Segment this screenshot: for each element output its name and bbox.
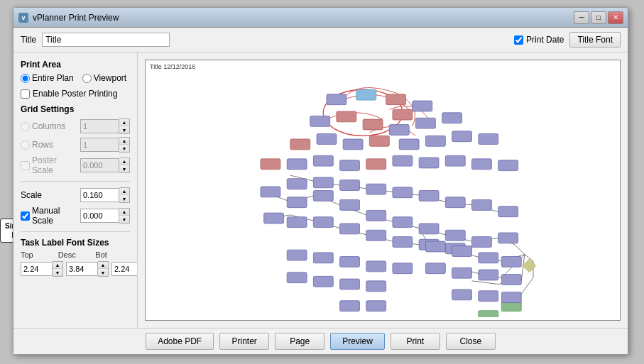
svg-rect-85	[366, 210, 386, 221]
svg-rect-69	[445, 155, 465, 166]
title-label: Title	[21, 35, 36, 45]
columns-label: Columns	[21, 121, 76, 131]
svg-rect-68	[419, 158, 439, 168]
svg-rect-114	[479, 270, 498, 280]
top-bar: Title Print Date Title Font	[13, 28, 628, 53]
page-button[interactable]: Page	[275, 333, 324, 350]
svg-line-39	[521, 255, 525, 281]
svg-rect-46	[413, 101, 432, 111]
viewport-radio[interactable]	[82, 74, 92, 83]
columns-down[interactable]: ▼	[119, 126, 129, 133]
scale-up[interactable]: ▲	[119, 188, 129, 195]
poster-scale-spinner: ▲ ▼	[80, 158, 130, 173]
rows-spin-buttons: ▲ ▼	[119, 137, 130, 153]
rows-up[interactable]: ▲	[119, 138, 129, 145]
title-input[interactable]	[42, 33, 170, 47]
svg-rect-49	[337, 111, 356, 122]
svg-rect-123	[501, 292, 521, 303]
manual-scale-checkbox[interactable]	[21, 211, 30, 221]
columns-input[interactable]	[80, 119, 119, 133]
desc-font-up[interactable]: ▲	[98, 262, 108, 269]
close-button[interactable]: ✕	[608, 11, 623, 24]
svg-rect-80	[498, 206, 518, 217]
viewport-label: Viewport	[94, 73, 126, 83]
svg-rect-90	[498, 233, 518, 243]
top-col-header: Top	[21, 250, 55, 259]
adobe-pdf-button[interactable]: Adobe PDF	[146, 333, 214, 350]
diagram-container	[148, 73, 617, 317]
content-area: Title Print Date Title Font Print Area E…	[13, 28, 628, 354]
svg-rect-105	[452, 246, 472, 257]
svg-rect-81	[261, 187, 280, 197]
svg-rect-61	[479, 134, 498, 145]
svg-rect-79	[472, 200, 492, 211]
manual-scale-down[interactable]: ▼	[119, 216, 129, 223]
desc-font-input[interactable]	[66, 262, 98, 276]
columns-up[interactable]: ▲	[119, 119, 129, 126]
print-button[interactable]: Print	[391, 333, 440, 350]
restore-button[interactable]: □	[591, 11, 606, 24]
svg-rect-55	[317, 134, 337, 145]
scale-row: Scale ▲ ▼	[21, 187, 130, 203]
entire-plan-option[interactable]: Entire Plan	[21, 73, 74, 83]
print-area-group: Entire Plan Viewport	[21, 73, 130, 83]
scale-spinner: ▲ ▼	[80, 187, 130, 203]
svg-rect-60	[452, 131, 472, 142]
svg-rect-113	[452, 268, 472, 278]
scale-input[interactable]	[80, 188, 119, 202]
minimize-button[interactable]: ─	[574, 11, 589, 24]
preview-title: Title 12/12/2016	[150, 63, 195, 70]
bot-font-input[interactable]	[111, 262, 138, 276]
viewport-option[interactable]: Viewport	[82, 73, 126, 83]
svg-rect-107	[501, 256, 521, 267]
svg-rect-82	[287, 197, 307, 208]
scale-section: Scale ▲ ▼ Manual Scale	[21, 187, 130, 226]
entire-plan-radio[interactable]	[21, 74, 30, 83]
font-col-headers: Top Desc Bot	[21, 250, 130, 259]
svg-rect-52	[415, 118, 435, 128]
divider1	[21, 181, 130, 182]
close-window-button[interactable]: Close	[446, 333, 496, 350]
svg-rect-66	[366, 159, 386, 170]
enable-poster-item[interactable]: Enable Poster Printing	[21, 89, 130, 99]
font-sizes-title: Task Label Font Sizes	[21, 238, 130, 248]
svg-rect-87	[419, 224, 439, 234]
printer-button[interactable]: Printer	[219, 333, 269, 350]
svg-rect-53	[442, 113, 462, 123]
top-font-input[interactable]	[21, 262, 53, 276]
main-area: Print Area Entire Plan Viewport Enable P…	[13, 53, 628, 328]
enable-poster-checkbox[interactable]	[21, 89, 30, 99]
scale-down[interactable]: ▼	[119, 195, 129, 202]
svg-rect-120	[340, 301, 360, 311]
svg-rect-108	[287, 272, 307, 283]
left-panel: Print Area Entire Plan Viewport Enable P…	[13, 53, 138, 328]
rows-input[interactable]	[80, 138, 119, 152]
rows-down[interactable]: ▼	[119, 145, 129, 152]
desc-font-spinner: ▲ ▼	[66, 261, 109, 277]
svg-rect-51	[389, 125, 409, 136]
scale-label: Scale	[21, 190, 76, 200]
desc-font-down[interactable]: ▼	[98, 269, 108, 276]
print-date-label: Print Date	[526, 35, 564, 45]
top-font-down[interactable]: ▼	[53, 269, 62, 276]
svg-rect-64	[313, 155, 333, 166]
svg-rect-122	[479, 291, 498, 302]
svg-rect-57	[369, 136, 389, 146]
columns-radio[interactable]	[21, 122, 30, 131]
poster-scale-up[interactable]: ▲	[119, 158, 129, 165]
svg-rect-75	[366, 184, 386, 194]
poster-scale-input[interactable]	[80, 158, 119, 172]
rows-radio[interactable]	[21, 140, 30, 150]
window-controls: ─ □ ✕	[574, 11, 623, 24]
poster-scale-checkbox[interactable]	[21, 161, 30, 170]
svg-rect-89	[472, 237, 492, 248]
manual-scale-up[interactable]: ▲	[119, 209, 129, 216]
manual-scale-input[interactable]	[80, 209, 119, 223]
poster-scale-down[interactable]: ▼	[119, 165, 129, 172]
svg-rect-77	[419, 190, 439, 201]
top-font-up[interactable]: ▲	[53, 262, 62, 269]
preview-button[interactable]: Preview	[330, 333, 385, 350]
svg-rect-47	[393, 109, 413, 120]
print-date-checkbox[interactable]	[514, 35, 523, 45]
title-font-button[interactable]: Title Font	[569, 32, 621, 48]
